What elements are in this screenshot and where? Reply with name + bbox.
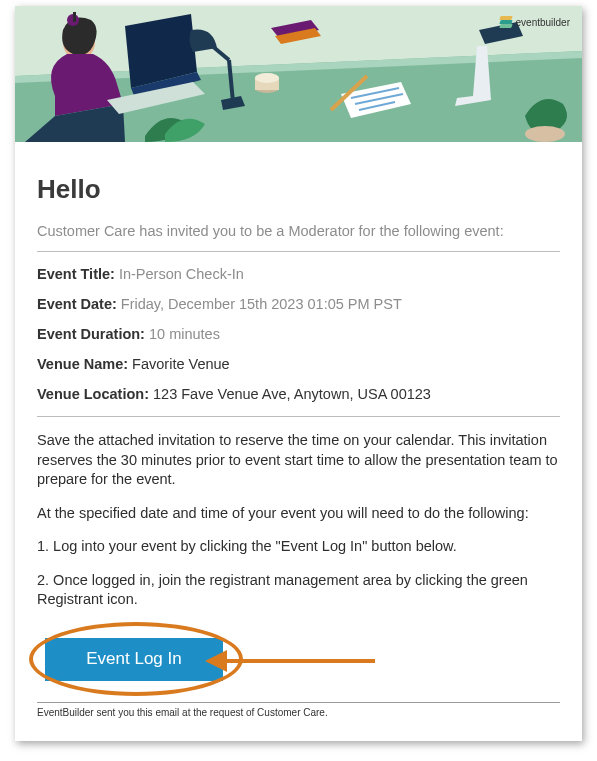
event-log-in-button[interactable]: Event Log In: [45, 638, 223, 681]
detail-label: Event Date:: [37, 296, 117, 312]
intro-text: Customer Care has invited you to be a Mo…: [37, 223, 560, 239]
detail-label: Event Title:: [37, 266, 115, 282]
divider-footer: [37, 702, 560, 703]
cta-area: Event Log In: [37, 624, 560, 698]
detail-label: Venue Location:: [37, 386, 149, 402]
body-paragraph-2: At the specified date and time of your e…: [37, 504, 560, 524]
eventbuilder-logo-icon: [500, 16, 512, 28]
brand-badge: eventbuilder: [500, 16, 570, 28]
email-card: eventbuilder Hello Customer Care has inv…: [15, 6, 582, 741]
detail-value: 10 minutes: [149, 326, 220, 342]
body-step-2: 2. Once logged in, join the registrant m…: [37, 571, 560, 610]
banner-illustration: eventbuilder: [15, 6, 582, 142]
detail-value: Friday, December 15th 2023 01:05 PM PST: [121, 296, 402, 312]
footer-text: EventBuilder sent you this email at the …: [37, 707, 560, 718]
detail-value: Favorite Venue: [132, 356, 230, 372]
brand-name: eventbuilder: [516, 17, 570, 28]
annotation-arrow-icon: [205, 654, 379, 668]
detail-venue-location: Venue Location: 123 Fave Venue Ave, Anyt…: [37, 386, 560, 402]
body-paragraph-1: Save the attached invitation to reserve …: [37, 431, 560, 490]
desk-scene-illustration: [15, 6, 582, 142]
svg-point-14: [255, 73, 279, 83]
divider-bottom: [37, 416, 560, 417]
detail-event-date: Event Date: Friday, December 15th 2023 0…: [37, 296, 560, 312]
detail-event-title: Event Title: In-Person Check-In: [37, 266, 560, 282]
divider-top: [37, 251, 560, 252]
detail-event-duration: Event Duration: 10 minutes: [37, 326, 560, 342]
detail-venue-name: Venue Name: Favorite Venue: [37, 356, 560, 372]
greeting-heading: Hello: [37, 174, 560, 205]
svg-rect-5: [73, 12, 76, 22]
detail-label: Venue Name:: [37, 356, 128, 372]
detail-value: 123 Fave Venue Ave, Anytown, USA 00123: [153, 386, 431, 402]
body-step-1: 1. Log into your event by clicking the "…: [37, 537, 560, 557]
detail-value: In-Person Check-In: [119, 266, 244, 282]
email-content: Hello Customer Care has invited you to b…: [15, 142, 582, 728]
detail-label: Event Duration:: [37, 326, 145, 342]
svg-point-23: [525, 126, 565, 142]
